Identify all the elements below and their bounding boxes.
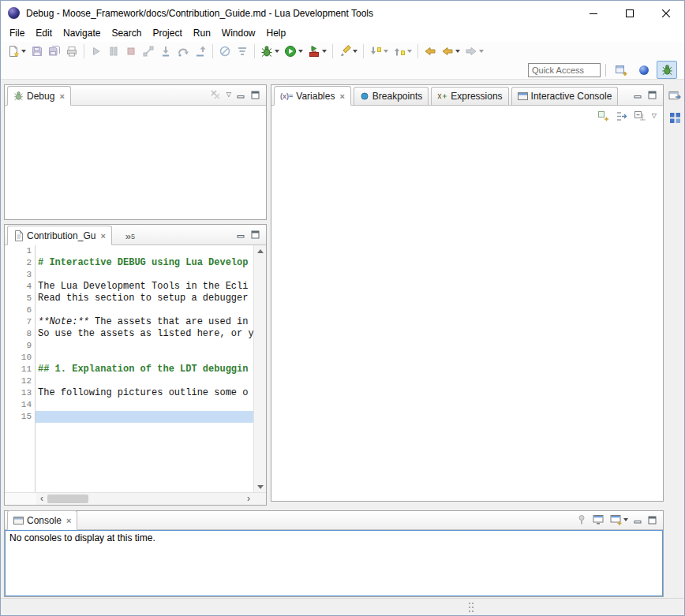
code-line[interactable]: Read this section to setup a debugger — [36, 293, 253, 304]
console-content[interactable]: No consoles to display at this time. — [5, 530, 663, 596]
code-line[interactable]: So use the assets as listed here, or y — [36, 328, 253, 340]
new-wizard-button[interactable] — [5, 43, 28, 60]
menu-item-project[interactable]: Project — [147, 25, 187, 42]
save-button[interactable] — [28, 43, 46, 60]
close-icon[interactable]: × — [66, 516, 71, 525]
menu-item-file[interactable]: File — [4, 25, 30, 42]
maximize-button[interactable] — [612, 1, 648, 25]
toolbar-separator — [212, 44, 213, 58]
code-line[interactable]: ​ — [36, 340, 253, 352]
code-line[interactable]: ## 1. Explanation of the LDT debuggin — [36, 364, 253, 375]
resume-button[interactable] — [88, 43, 105, 60]
menu-item-search[interactable]: Search — [106, 25, 147, 42]
maximize-view-icon[interactable] — [648, 91, 657, 99]
scroll-up-icon[interactable] — [254, 245, 266, 256]
close-icon[interactable]: × — [339, 91, 344, 101]
display-selected-console-icon[interactable] — [593, 514, 605, 525]
run-button[interactable] — [282, 43, 305, 60]
remove-all-terminated-icon[interactable] — [210, 89, 221, 100]
open-console-button[interactable] — [610, 511, 628, 528]
debug-button[interactable] — [258, 43, 282, 60]
scroll-left-icon[interactable]: ‹ — [36, 493, 47, 505]
tab-interactive-console[interactable]: Interactive Console — [511, 87, 619, 105]
code-line[interactable]: ​ — [36, 304, 253, 316]
variables-toolbar: ▽ — [271, 106, 663, 126]
minimize-view-icon[interactable] — [634, 516, 642, 525]
menu-item-run[interactable]: Run — [188, 25, 216, 42]
menu-item-navigate[interactable]: Navigate — [58, 25, 106, 42]
code-line[interactable]: **Note:** The assets that are used in — [36, 316, 253, 328]
next-annotation-button[interactable] — [367, 43, 391, 60]
editor-vscrollbar[interactable] — [253, 245, 266, 492]
code-line[interactable]: ​ — [36, 245, 253, 257]
minimize-view-icon[interactable] — [237, 230, 245, 239]
skip-all-breakpoints-button[interactable] — [216, 43, 234, 60]
view-menu-icon[interactable]: ▽ — [226, 91, 231, 98]
statusbar-grip[interactable] — [468, 602, 474, 613]
scroll-down-icon[interactable] — [254, 481, 266, 492]
code-line[interactable]: The Lua Development Tools in the Ecli — [36, 281, 253, 293]
minimize-view-icon[interactable] — [237, 91, 245, 99]
tab-expressions[interactable]: Expressions — [431, 87, 508, 105]
minimize-button[interactable] — [575, 1, 612, 25]
menu-item-window[interactable]: Window — [216, 25, 261, 42]
code-line[interactable]: ​ — [36, 269, 253, 281]
debug-perspective-button[interactable] — [657, 61, 677, 79]
annotation-ruler[interactable] — [5, 245, 14, 492]
variables-content[interactable] — [271, 126, 663, 501]
code-line[interactable]: ​ — [36, 399, 253, 411]
editor-gutter[interactable]: 123456789101112131415 — [14, 245, 36, 492]
ldt-perspective-button[interactable] — [634, 61, 654, 79]
restore-view-button[interactable] — [667, 88, 683, 103]
tab-contribution-guide-label: Contribution_Gu — [27, 230, 95, 241]
code-line[interactable]: The following pictures outline some o — [36, 387, 253, 399]
forward-button[interactable] — [462, 43, 486, 60]
menu-item-help[interactable]: Help — [261, 25, 292, 42]
quick-access-field[interactable]: Quick Access — [528, 63, 601, 77]
editor-lines[interactable]: ​# Interactive DEBUG using Lua Develop​T… — [36, 245, 253, 492]
editor-hscrollbar[interactable]: ‹ › — [36, 493, 254, 505]
back-button[interactable] — [439, 43, 462, 60]
hscroll-thumb[interactable] — [47, 495, 88, 503]
show-type-names-icon[interactable] — [597, 110, 609, 122]
maximize-view-icon[interactable] — [251, 91, 260, 99]
pin-console-icon[interactable] — [576, 514, 587, 525]
code-line[interactable]: ​ — [36, 352, 253, 364]
minimize-view-icon[interactable] — [634, 91, 642, 99]
grid-view-button[interactable] — [667, 110, 683, 125]
maximize-view-icon[interactable] — [251, 230, 260, 239]
open-perspective-button[interactable] — [611, 61, 631, 79]
last-edit-location-button[interactable] — [421, 43, 439, 60]
external-tools-button[interactable] — [305, 43, 329, 60]
close-button[interactable] — [648, 1, 684, 25]
menu-item-edit[interactable]: Edit — [30, 25, 58, 42]
step-into-button[interactable] — [157, 43, 174, 60]
hidden-editors-chevron[interactable]: »5 — [125, 230, 135, 242]
code-line[interactable]: ​ — [36, 411, 253, 423]
use-step-filters-button[interactable] — [234, 43, 251, 60]
close-icon[interactable]: × — [59, 91, 64, 101]
tab-console[interactable]: Console × — [7, 510, 77, 530]
view-menu-icon[interactable]: ▽ — [652, 113, 657, 119]
tab-debug[interactable]: Debug × — [7, 86, 71, 106]
step-return-button[interactable] — [192, 43, 209, 60]
tab-variables[interactable]: (x)= Variables × — [274, 86, 351, 106]
mark-occurrences-button[interactable] — [336, 43, 360, 60]
close-icon[interactable]: × — [100, 231, 105, 241]
code-line[interactable]: ​ — [36, 375, 253, 387]
maximize-view-icon[interactable] — [648, 516, 657, 525]
debug-view-content[interactable] — [5, 106, 266, 219]
step-over-button[interactable] — [174, 43, 192, 60]
terminate-button[interactable] — [122, 43, 140, 60]
collapse-all-icon[interactable] — [634, 110, 646, 122]
print-button[interactable] — [63, 43, 80, 60]
tab-breakpoints[interactable]: Breakpoints — [354, 87, 429, 105]
save-all-button[interactable] — [46, 43, 63, 60]
scroll-right-icon[interactable]: › — [243, 493, 254, 505]
previous-annotation-button[interactable] — [391, 43, 414, 60]
code-line[interactable]: # Interactive DEBUG using Lua Develop — [36, 257, 253, 269]
disconnect-button[interactable] — [140, 43, 157, 60]
show-logical-structures-icon[interactable] — [616, 110, 627, 122]
tab-contribution-guide[interactable]: Contribution_Gu × — [7, 226, 112, 245]
suspend-button[interactable] — [105, 43, 122, 60]
